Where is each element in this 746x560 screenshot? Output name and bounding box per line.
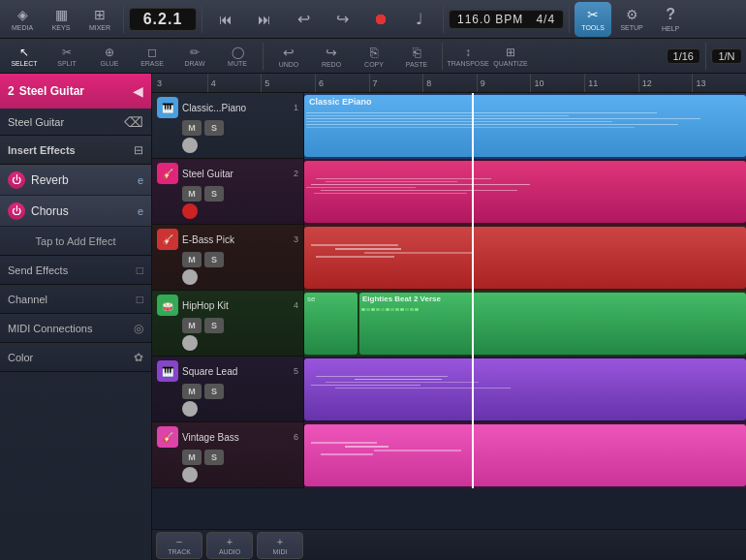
chorus-edit-icon[interactable]: e xyxy=(138,205,143,217)
midi-connections-row[interactable]: MIDI Connections ◎ xyxy=(0,314,151,343)
media-button[interactable]: ◈ MEDIA xyxy=(4,2,41,37)
quantize-button[interactable]: ⊞ QUANTIZE xyxy=(490,41,531,72)
track2-mute-btn[interactable]: M xyxy=(182,186,202,202)
track2-content[interactable] xyxy=(304,159,746,225)
metronome-button[interactable]: ♩ xyxy=(401,2,438,37)
position-display[interactable]: 6.2.1 xyxy=(129,8,197,31)
select-tool[interactable]: ↖ SELECT xyxy=(4,41,45,72)
track4-clip-main[interactable]: Eighties Beat 2 Verse xyxy=(359,293,746,355)
track6-clip[interactable] xyxy=(304,424,746,486)
add-effect-button[interactable]: Tap to Add Effect xyxy=(0,227,151,256)
reverb-effect-item[interactable]: ⏻ Reverb e xyxy=(0,165,151,196)
track4-mute-btn[interactable]: M xyxy=(182,318,202,333)
track-controls-1: 🎹 Classic...Piano 1 M S xyxy=(152,93,304,158)
track-row-4: 🥁 HipHop Kit 4 M S se xyxy=(152,291,746,357)
track6-mute-btn[interactable]: M xyxy=(182,450,202,465)
reverb-edit-icon[interactable]: e xyxy=(138,174,143,186)
reverb-power-button[interactable]: ⏻ xyxy=(8,171,25,189)
glue-tool[interactable]: ⊕ GLUE xyxy=(89,41,130,72)
rewind-button[interactable]: ⏮ xyxy=(207,2,244,37)
track-row-1: 🎹 Classic...Piano 1 M S Classic EPiano xyxy=(152,93,746,159)
audio-plus-button[interactable]: + AUDIO xyxy=(206,532,253,559)
track2-solo-btn[interactable]: S xyxy=(204,186,224,202)
selected-track-header[interactable]: 2 Steel Guitar ◀ xyxy=(0,74,151,109)
playhead2 xyxy=(472,159,474,225)
insert-effects-header[interactable]: Insert Effects ⊟ xyxy=(0,136,151,165)
tools-button[interactable]: ✂ TOOLS xyxy=(575,2,611,37)
mixer-icon: ⊞ xyxy=(94,7,106,22)
track3-icon: 🎸 xyxy=(157,229,178,250)
chorus-effect-item[interactable]: ⏻ Chorus e xyxy=(0,196,151,227)
redo-transport-button[interactable]: ↪ xyxy=(324,2,360,37)
channel-row[interactable]: Channel □ xyxy=(0,285,151,314)
track5-input-btn[interactable] xyxy=(182,401,198,417)
track6-input-btn[interactable] xyxy=(182,467,198,482)
transpose-button[interactable]: ↕ TRANSPOSE xyxy=(448,41,488,72)
track1-content[interactable]: Classic EPiano xyxy=(304,93,746,159)
track6-content[interactable] xyxy=(304,422,746,488)
undo-button[interactable]: ↩ UNDO xyxy=(268,41,309,72)
track3-number: 3 xyxy=(294,234,298,244)
fraction-display[interactable]: 1/16 xyxy=(667,48,700,64)
midi-plus-button[interactable]: + MIDI xyxy=(257,532,303,559)
track4-clip-intro[interactable]: se xyxy=(304,293,357,355)
send-effects-row[interactable]: Send Effects □ xyxy=(0,256,151,285)
track4-content[interactable]: se Eighties Beat 2 Verse xyxy=(304,291,746,357)
split-tool[interactable]: ✂ SPLIT xyxy=(47,41,87,72)
insert-effects-icon[interactable]: ⊟ xyxy=(134,143,143,157)
track3-solo-btn[interactable]: S xyxy=(204,252,224,267)
track3-input-btn[interactable] xyxy=(182,269,198,285)
track-arrow-icon[interactable]: ◀ xyxy=(133,83,143,99)
keys-button[interactable]: ▦ KEYS xyxy=(43,2,79,37)
track6-solo-btn[interactable]: S xyxy=(204,450,224,465)
mute-tool[interactable]: ◯ MUTE xyxy=(217,41,258,72)
rewind-icon: ⏮ xyxy=(219,12,233,27)
track3-content[interactable] xyxy=(304,225,746,291)
erase-tool[interactable]: ◻ ERASE xyxy=(132,41,172,72)
fast-forward-icon: ⏭ xyxy=(258,12,271,27)
track1-icon: 🎹 xyxy=(157,97,178,118)
chorus-power-button[interactable]: ⏻ xyxy=(8,202,25,220)
erase-icon: ◻ xyxy=(147,46,157,59)
track1-mute-btn[interactable]: M xyxy=(182,120,202,136)
track5-mute-btn[interactable]: M xyxy=(182,384,202,399)
undo-transport-button[interactable]: ↩ xyxy=(285,2,322,37)
copy-button[interactable]: ⎘ COPY xyxy=(354,41,394,72)
track1-input-btn[interactable] xyxy=(182,138,198,153)
track5-number: 5 xyxy=(294,366,298,376)
track5-solo-btn[interactable]: S xyxy=(204,384,224,399)
fast-forward-button[interactable]: ⏭ xyxy=(246,2,283,37)
redo-button[interactable]: ↪ REDO xyxy=(311,41,352,72)
midi-connections-icon: ◎ xyxy=(134,322,143,335)
paste-button[interactable]: ⎗ PASTE xyxy=(396,41,437,72)
paste-icon: ⎗ xyxy=(413,45,420,60)
track-controls-4: 🥁 HipHop Kit 4 M S xyxy=(152,291,304,356)
track-controls-5: 🎹 Square Lead 5 M S xyxy=(152,357,304,421)
track1-ms: M S xyxy=(182,120,224,136)
track2-clip[interactable] xyxy=(304,161,746,223)
ruler-marks: 3 4 5 6 7 8 9 10 11 12 13 xyxy=(152,74,746,92)
help-button[interactable]: ? HELP xyxy=(652,2,689,37)
track1-clip[interactable]: Classic EPiano xyxy=(304,95,746,157)
draw-tool[interactable]: ✏ DRAW xyxy=(174,41,215,72)
mixer-button[interactable]: ⊞ MIXER xyxy=(81,2,118,37)
track5-content[interactable] xyxy=(304,357,746,422)
send-effects-icon: □ xyxy=(137,264,143,277)
track3-mute-btn[interactable]: M xyxy=(182,252,202,267)
midi-connections-label: MIDI Connections xyxy=(8,323,92,334)
track3-clip[interactable] xyxy=(304,227,746,289)
track-minus-button[interactable]: − TRACK xyxy=(156,532,202,559)
track6-name: Vintage Bass xyxy=(182,432,290,443)
track5-clip[interactable] xyxy=(304,358,746,420)
track1-solo-btn[interactable]: S xyxy=(204,120,224,136)
fraction2-display[interactable]: 1/N xyxy=(711,48,742,64)
track4-input-btn[interactable] xyxy=(182,335,198,351)
record-button[interactable]: ⏺ xyxy=(362,2,399,37)
plus-icon: + xyxy=(227,536,233,547)
track2-record-dot[interactable] xyxy=(182,203,198,219)
bpm-display[interactable]: 116.0 BPM 4/4 xyxy=(449,10,564,29)
track4-solo-btn[interactable]: S xyxy=(204,318,224,333)
setup-button[interactable]: ⚙ SETUP xyxy=(613,2,650,37)
instrument-icon[interactable]: ⌫ xyxy=(124,114,143,130)
color-row[interactable]: Color ✿ xyxy=(0,343,151,372)
